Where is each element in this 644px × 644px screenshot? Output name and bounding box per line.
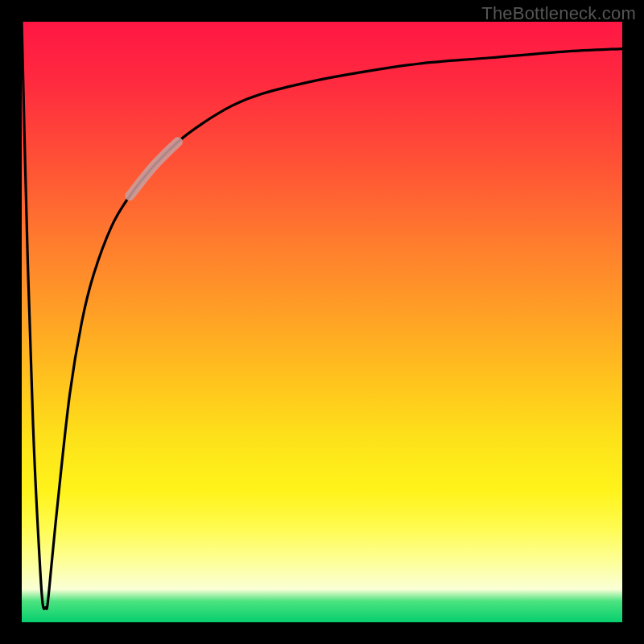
- plot-area: [22, 22, 622, 622]
- watermark-text: TheBottleneck.com: [481, 3, 636, 24]
